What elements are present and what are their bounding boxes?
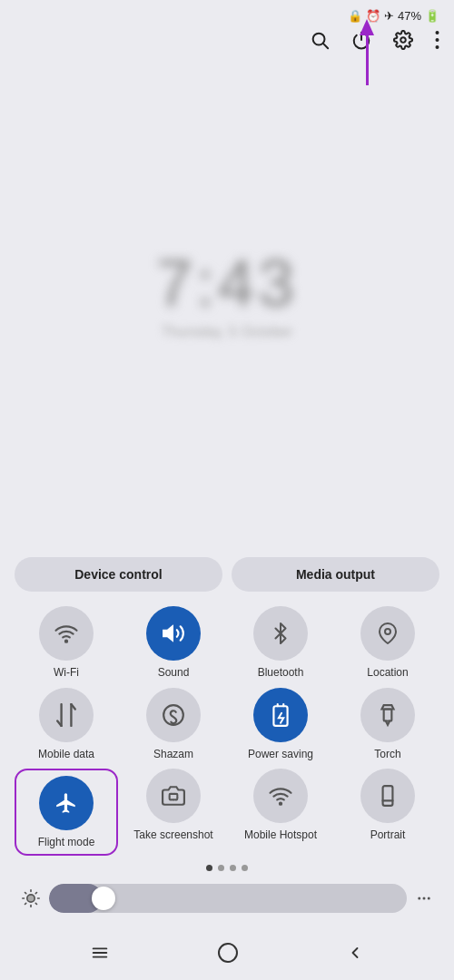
screenshot-icon-wrap xyxy=(146,769,201,823)
top-actions-bar xyxy=(0,26,454,57)
svg-line-26 xyxy=(35,893,36,894)
svg-point-18 xyxy=(27,895,35,902)
nav-bar xyxy=(0,929,454,980)
location-icon-wrap xyxy=(360,606,415,661)
shazam-icon-wrap xyxy=(146,688,201,742)
quick-settings-panel: Device control Media output Wi-Fi xyxy=(0,546,454,929)
dot-1 xyxy=(206,865,212,871)
power-saving-toggle[interactable]: Power saving xyxy=(229,688,332,762)
svg-rect-14 xyxy=(170,794,178,800)
torch-icon-wrap xyxy=(360,688,415,742)
svg-point-4 xyxy=(436,38,439,42)
bluetooth-icon-wrap xyxy=(253,606,308,661)
bluetooth-label: Bluetooth xyxy=(258,666,304,681)
torch-toggle[interactable]: Torch xyxy=(336,688,439,762)
arrow-head xyxy=(360,19,374,35)
brightness-more-icon[interactable] xyxy=(416,890,432,906)
take-screenshot-toggle[interactable]: Take screenshot xyxy=(122,769,225,856)
shazam-label: Shazam xyxy=(153,748,193,762)
location-toggle[interactable]: Location xyxy=(336,606,439,681)
more-icon[interactable] xyxy=(435,30,439,50)
battery-icon: 🔋 xyxy=(425,9,439,23)
dot-3 xyxy=(230,865,236,871)
mobile-hotspot-toggle[interactable]: Mobile Hotspot xyxy=(229,769,332,856)
location-label: Location xyxy=(367,666,408,681)
toggle-grid: Wi-Fi Sound xyxy=(15,606,439,856)
svg-line-22 xyxy=(35,903,36,904)
arrow-line xyxy=(366,35,369,85)
clock-area: 7:43 Thursday, 5 October xyxy=(0,57,454,546)
sound-toggle[interactable]: Sound xyxy=(122,606,225,681)
svg-point-3 xyxy=(436,31,439,34)
svg-point-8 xyxy=(385,629,390,634)
svg-rect-13 xyxy=(384,709,392,720)
sound-label: Sound xyxy=(158,666,190,681)
portrait-toggle[interactable]: Portrait xyxy=(336,769,439,856)
status-bar: 🔒 ⏰ ✈ 47% 🔋 xyxy=(0,0,454,26)
home-button[interactable] xyxy=(217,942,239,964)
hotspot-label: Mobile Hotspot xyxy=(244,828,317,843)
svg-line-21 xyxy=(25,893,26,894)
flight-mode-toggle[interactable]: Flight mode xyxy=(15,769,118,856)
flight-mode-icon-wrap xyxy=(39,776,94,830)
hotspot-icon-wrap xyxy=(253,769,308,823)
portrait-label: Portrait xyxy=(370,828,406,843)
shazam-toggle[interactable]: Shazam xyxy=(122,688,225,762)
screenshot-label: Take screenshot xyxy=(133,828,212,843)
svg-point-33 xyxy=(219,944,237,962)
settings-icon[interactable] xyxy=(393,30,413,50)
power-saving-label: Power saving xyxy=(248,748,313,762)
airplane-icon: ✈ xyxy=(384,9,394,23)
media-output-button[interactable]: Media output xyxy=(232,557,439,592)
bluetooth-toggle[interactable]: Bluetooth xyxy=(229,606,332,681)
flight-mode-label: Flight mode xyxy=(38,836,95,850)
wifi-label: Wi-Fi xyxy=(54,666,79,681)
dot-2 xyxy=(218,865,224,871)
svg-point-27 xyxy=(418,897,420,900)
svg-point-9 xyxy=(163,705,183,725)
dot-4 xyxy=(242,865,248,871)
back-button[interactable] xyxy=(346,944,364,962)
mobile-data-toggle[interactable]: Mobile data xyxy=(15,688,118,762)
svg-point-6 xyxy=(65,641,67,642)
svg-marker-7 xyxy=(163,627,173,641)
settings-pointer xyxy=(360,19,374,85)
svg-point-29 xyxy=(428,897,430,900)
svg-line-25 xyxy=(25,903,26,904)
clock-time: 7:43 xyxy=(156,246,298,320)
svg-point-2 xyxy=(400,37,406,43)
clock-date: Thursday, 5 October xyxy=(162,324,293,340)
portrait-icon-wrap xyxy=(360,769,415,823)
svg-point-5 xyxy=(436,45,439,49)
recent-apps-button[interactable] xyxy=(90,943,110,963)
screen: 🔒 ⏰ ✈ 47% 🔋 xyxy=(0,0,454,980)
svg-rect-16 xyxy=(383,787,393,807)
mobile-data-icon-wrap xyxy=(39,688,94,742)
svg-point-15 xyxy=(280,803,281,805)
brightness-slider[interactable] xyxy=(49,884,407,913)
battery-percent: 47% xyxy=(398,9,421,23)
torch-label: Torch xyxy=(374,748,400,762)
svg-line-1 xyxy=(323,44,328,48)
brightness-row xyxy=(15,878,439,918)
power-saving-icon-wrap xyxy=(253,688,308,742)
control-buttons-row: Device control Media output xyxy=(15,557,439,592)
device-control-button[interactable]: Device control xyxy=(15,557,222,592)
search-icon[interactable] xyxy=(310,30,330,50)
svg-point-28 xyxy=(423,897,426,900)
brightness-icon xyxy=(22,889,40,907)
wifi-toggle[interactable]: Wi-Fi xyxy=(15,606,118,681)
page-dots xyxy=(15,865,439,871)
brightness-thumb xyxy=(92,887,115,910)
mobile-data-label: Mobile data xyxy=(38,748,94,762)
sound-icon-wrap xyxy=(146,606,201,661)
wifi-icon-wrap xyxy=(39,606,94,661)
